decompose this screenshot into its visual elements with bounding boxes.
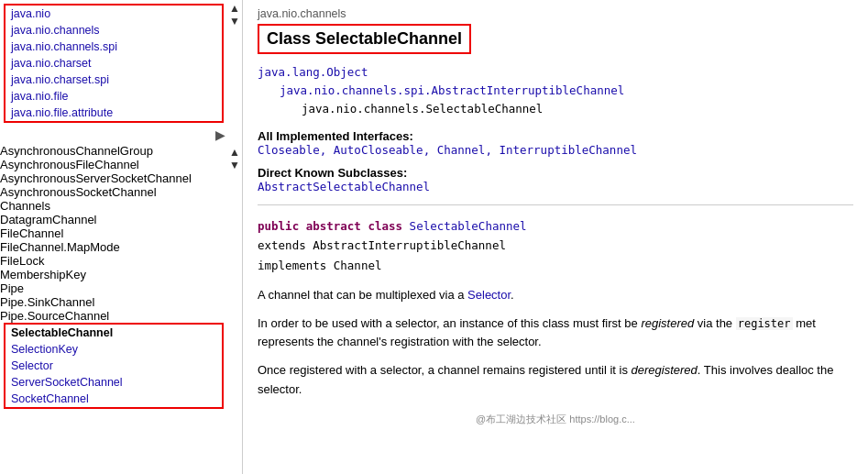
description3-para: Once registered with a selector, a chann… [258,361,853,400]
channel-impl-link[interactable]: Channel [334,259,382,272]
class-item-AsynchronousSocketChannel[interactable]: AsynchronousSocketChannel [0,185,227,199]
watermark-text: @布工湖边技术社区 https://blog.c... [476,413,635,424]
classes-scroll-down[interactable]: ▼ [229,159,240,171]
kw-abstract: abstract [306,219,361,233]
sidebar: java.niojava.nio.channelsjava.nio.channe… [0,0,243,474]
class-boxed-item-SelectionKey[interactable]: SelectionKey [5,341,222,358]
autocloseable-link[interactable]: AutoCloseable [334,143,423,157]
inheritance-level-2: java.nio.channels.SelectableChannel [302,100,853,118]
class-item-AsynchronousFileChannel[interactable]: AsynchronousFileChannel [0,158,227,171]
interfaces-label: All Implemented Interfaces: [258,129,413,143]
class-item-FileChannel-MapMode[interactable]: FileChannel.MapMode [0,240,227,254]
implements-line: implements Channel [258,259,381,272]
classes-arrows: ▲ ▼ [227,144,242,474]
packages-scroll-down[interactable]: ▼ [229,15,240,28]
sidebar-packages-section: java.niojava.nio.channelsjava.nio.channe… [0,0,242,127]
class-item-DatagramChannel[interactable]: DatagramChannel [0,213,227,226]
class-declaration: public abstract class SelectableChannel … [258,216,853,275]
package-item-java-nio-file-spi[interactable]: java.nio.file.spi [5,121,222,123]
interfaces-section: All Implemented Interfaces: Closeable, A… [258,129,853,157]
abstract-interruptible-link[interactable]: AbstractInterruptibleChannel [313,238,506,252]
class-title: Class SelectableChannel [258,24,471,54]
register-code: register [736,317,793,330]
subclasses-value: AbstractSelectableChannel [258,180,430,193]
breadcrumb: java.nio.channels [258,7,853,20]
package-item-java-nio-file[interactable]: java.nio.file [5,88,222,105]
package-item-java-nio-channels[interactable]: java.nio.channels [5,22,222,39]
inheritance-level-1[interactable]: java.nio.channels.spi.AbstractInterrupti… [280,82,853,100]
subclasses-label: Direct Known Subclasses: [258,166,407,180]
class-boxed-item-SocketChannel[interactable]: SocketChannel [5,391,222,407]
class-item-Pipe-SourceChannel[interactable]: Pipe.SourceChannel [0,309,227,323]
classes-boxed-list: SelectableChannelSelectionKeySelectorSer… [4,323,224,409]
class-item-Pipe[interactable]: Pipe [0,281,227,295]
selector-link[interactable]: Selector [467,288,511,302]
class-item-MembershipKey[interactable]: MembershipKey [0,268,227,281]
class-item-Pipe-SinkChannel[interactable]: Pipe.SinkChannel [0,295,227,309]
package-item-java-nio-charset-spi[interactable]: java.nio.charset.spi [5,72,222,88]
class-item-AsynchronousServerSocketChannel[interactable]: AsynchronousServerSocketChannel [0,171,227,185]
description2-para: In order to be used with a selector, an … [258,314,853,353]
interfaces-value: Closeable, AutoCloseable, Channel, Inter… [258,143,637,157]
class-boxed-item-ServerSocketChannel[interactable]: ServerSocketChannel [5,374,222,391]
class-item-FileLock[interactable]: FileLock [0,254,227,268]
inheritance-link-0[interactable]: java.lang.Object [258,65,368,79]
divider [258,204,853,205]
class-boxed-item-SelectableChannel[interactable]: SelectableChannel [5,325,222,341]
sidebar-classes-section: AsynchronousChannelGroupAsynchronousFile… [0,144,242,474]
deregistered-em: deregistered [632,363,698,377]
abstractselectable-link[interactable]: AbstractSelectableChannel [258,180,430,193]
package-item-java-nio-file-attribute[interactable]: java.nio.file.attribute [5,105,222,121]
package-item-java-nio[interactable]: java.nio [5,6,222,22]
packages-list: java.niojava.nio.channelsjava.nio.channe… [4,4,224,123]
packages-scroll-up[interactable]: ▲ [229,2,240,15]
classes-list: AsynchronousChannelGroupAsynchronousFile… [0,144,227,323]
class-boxed-item-Selector[interactable]: Selector [5,358,222,374]
package-item-java-nio-charset[interactable]: java.nio.charset [5,55,222,72]
channel-link[interactable]: Channel [437,143,486,157]
package-item-java-nio-channels-spi[interactable]: java.nio.channels.spi [5,39,222,55]
horizontal-scroll-right[interactable]: ▶ [215,127,225,142]
classes-col: AsynchronousChannelGroupAsynchronousFile… [0,144,227,474]
packages-arrows: ▲ ▼ [227,0,242,127]
extends-line: extends AbstractInterruptibleChannel [258,238,506,252]
classname-selectablechannel: SelectableChannel [410,219,527,233]
registered-em: registered [641,316,694,330]
watermark: @布工湖边技术社区 https://blog.c... [258,409,853,430]
inheritance-level-0[interactable]: java.lang.Object [258,63,853,82]
class-item-Channels[interactable]: Channels [0,199,227,213]
kw-public: public [258,219,299,233]
inheritance-link-1[interactable]: java.nio.channels.spi.AbstractInterrupti… [280,83,624,97]
description1-para: A channel that can be multiplexed via a … [258,286,853,305]
classes-scroll-up[interactable]: ▲ [229,146,240,159]
kw-class: class [368,219,402,233]
interruptiblechannel-link[interactable]: InterruptibleChannel [499,143,637,157]
class-item-FileChannel[interactable]: FileChannel [0,226,227,240]
class-item-AsynchronousChannelGroup[interactable]: AsynchronousChannelGroup [0,144,227,158]
closeable-link[interactable]: Closeable [258,143,320,157]
subclasses-section: Direct Known Subclasses: AbstractSelecta… [258,166,853,193]
packages-col: java.niojava.nio.channelsjava.nio.channe… [0,0,227,127]
inheritance-tree: java.lang.Objectjava.nio.channels.spi.Ab… [258,63,853,118]
main-content: java.nio.channels Class SelectableChanne… [243,0,868,474]
